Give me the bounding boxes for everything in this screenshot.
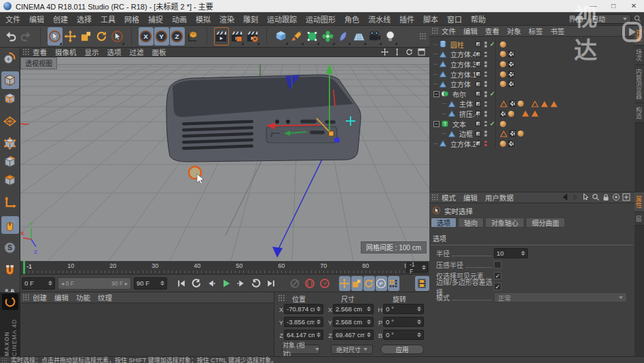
key-rotation-button[interactable] xyxy=(363,276,375,291)
menu-item-13[interactable]: 运动图形 xyxy=(306,14,336,24)
coords-field-旋转-P[interactable]: 0 ° xyxy=(383,317,424,327)
status-bar-handle[interactable] xyxy=(1,358,7,363)
visibility-dots[interactable] xyxy=(484,41,487,48)
key-parameter-button[interactable]: P xyxy=(376,276,387,291)
selection-outline-tag-icon[interactable] xyxy=(531,101,539,107)
material-manager-menu-item-1[interactable]: 创建 xyxy=(33,292,47,302)
menu-item-11[interactable]: 雕刻 xyxy=(243,14,258,24)
visibility-dots[interactable] xyxy=(484,101,487,107)
texture-tag-icon[interactable] xyxy=(508,141,514,147)
viewport-menu-item-3[interactable]: 显示 xyxy=(85,47,99,57)
model-mode-button[interactable] xyxy=(1,71,19,89)
render-picture-button[interactable] xyxy=(230,27,245,46)
object-name[interactable]: 主体 xyxy=(459,99,473,109)
add-deformer-button[interactable] xyxy=(336,27,351,46)
object-row-文本[interactable]: −T文本✓ xyxy=(429,119,634,129)
attribute-manager-handle[interactable] xyxy=(431,194,439,201)
layer-box[interactable] xyxy=(476,91,481,97)
timeline-ruler[interactable]: 102030405060708090 -1 -1 F xyxy=(20,261,429,275)
toolbar-drag-handle[interactable] xyxy=(419,33,427,40)
attribute-manager-menu-item-1[interactable]: 模式 xyxy=(442,192,456,203)
object-name[interactable]: 文本 xyxy=(452,119,466,129)
maximize-button[interactable]: □ xyxy=(603,0,624,12)
menu-item-16[interactable]: 插件 xyxy=(399,14,414,24)
layer-box[interactable] xyxy=(476,141,481,146)
visibility-dots[interactable] xyxy=(484,61,487,67)
texture-tag-icon[interactable] xyxy=(508,61,514,67)
make-editable-button[interactable] xyxy=(1,49,19,67)
add-generator-button[interactable] xyxy=(305,27,320,46)
object-manager-menu-item-5[interactable]: 标签 xyxy=(529,26,543,36)
perspective-viewport[interactable]: Y X Z 透视视图 网格间距 : 100 cm xyxy=(20,57,429,261)
next-frame-button[interactable] xyxy=(234,276,249,291)
selection-tag-icon[interactable] xyxy=(522,110,529,117)
menu-item-8[interactable]: 动画 xyxy=(172,14,187,24)
start-frame-field[interactable]: 0 F xyxy=(22,277,55,290)
enabled-check-icon[interactable]: ✓ xyxy=(490,90,495,97)
menu-item-19[interactable]: 帮助 xyxy=(471,14,486,24)
gizmo-x-arrow[interactable] xyxy=(274,125,321,126)
scale-button[interactable] xyxy=(79,27,94,46)
search-icon[interactable] xyxy=(592,192,600,204)
object-name[interactable]: 立方体 xyxy=(450,79,471,89)
prev-key-button[interactable] xyxy=(190,276,204,291)
coords-field-旋转-B[interactable]: 0 ° xyxy=(383,330,424,340)
menu-item-14[interactable]: 角色 xyxy=(344,14,359,24)
coords-field-尺寸-Z[interactable]: 69.467 cm xyxy=(333,330,374,340)
material-manager-handle[interactable] xyxy=(22,294,30,301)
menu-item-5[interactable]: 工具 xyxy=(101,14,115,24)
object-row-立方体.4[interactable]: 立方体.4 xyxy=(429,50,634,60)
viewport-menu-item-6[interactable]: 面板 xyxy=(152,47,166,57)
viewport-menu-item-5[interactable]: 过滤 xyxy=(130,47,144,57)
material-manager-menu-item-4[interactable]: 纹理 xyxy=(98,292,112,302)
menu-item-2[interactable]: 编辑 xyxy=(29,14,44,24)
phong-tag-icon[interactable] xyxy=(500,81,506,87)
prev-frame-button[interactable] xyxy=(204,276,219,291)
object-row-立方体.3[interactable]: 立方体.3 xyxy=(429,59,634,69)
selection-tag-icon[interactable] xyxy=(550,101,558,107)
enabled-check-icon[interactable]: ✓ xyxy=(490,41,495,48)
object-name[interactable]: 立方体.2 xyxy=(450,139,476,149)
模式-dropdown[interactable]: 正常 xyxy=(494,292,627,302)
add-camera-button[interactable] xyxy=(368,27,382,46)
close-button[interactable]: ✕ xyxy=(624,0,644,12)
model-box[interactable] xyxy=(166,75,361,162)
layer-box[interactable] xyxy=(476,111,481,116)
viewport-menu-item-2[interactable]: 摄像机 xyxy=(55,47,77,57)
edges-mode-button[interactable] xyxy=(1,153,19,171)
phong-tag-icon[interactable] xyxy=(500,71,506,77)
phong-tag-icon[interactable] xyxy=(500,141,506,147)
layer-box[interactable] xyxy=(476,61,481,67)
menu-item-3[interactable]: 创建 xyxy=(53,14,68,24)
coords-field-旋转-H[interactable]: 0 ° xyxy=(383,304,424,314)
goto-end-button[interactable] xyxy=(264,276,279,291)
size-mode-dropdown[interactable]: 绝对尺寸 xyxy=(331,345,373,354)
goto-start-button[interactable] xyxy=(175,276,189,291)
object-row-布尔[interactable]: −布尔✓ xyxy=(429,89,634,99)
texture-tag-icon[interactable] xyxy=(508,51,514,57)
keyframe-film-button[interactable] xyxy=(415,276,429,291)
move-button[interactable] xyxy=(63,27,78,46)
lock-y-button[interactable]: Y xyxy=(154,27,169,46)
menu-item-1[interactable]: 文件 xyxy=(5,14,20,24)
visibility-dots[interactable] xyxy=(484,91,487,97)
add-mograph-button[interactable] xyxy=(321,27,336,46)
gizmo-z-dot[interactable] xyxy=(334,137,340,143)
selection-tag-icon[interactable] xyxy=(541,101,548,107)
object-row-圆柱[interactable]: 圆柱✓ xyxy=(429,39,634,50)
object-row-边框[interactable]: 边框 xyxy=(429,128,634,139)
add-light-button[interactable] xyxy=(383,27,398,46)
pan-view-icon[interactable] xyxy=(381,46,389,58)
menu-item-12[interactable]: 运动跟踪 xyxy=(267,14,297,24)
selection-outline-tag-icon[interactable] xyxy=(500,101,507,107)
add-cube-button[interactable] xyxy=(274,27,289,46)
viewport-menu-handle[interactable] xyxy=(22,48,30,56)
dock-tab-场次[interactable]: 场次 xyxy=(634,46,644,65)
tab-轴向[interactable]: 轴向 xyxy=(458,218,484,228)
redo-button[interactable] xyxy=(19,27,34,46)
menu-item-17[interactable]: 脚本 xyxy=(423,14,438,24)
lock-icon[interactable] xyxy=(602,192,610,204)
attribute-manager-menu-item-3[interactable]: 用户数据 xyxy=(485,192,514,203)
polygons-mode-button[interactable] xyxy=(1,171,19,189)
apply-button[interactable]: 应用 xyxy=(380,345,424,354)
